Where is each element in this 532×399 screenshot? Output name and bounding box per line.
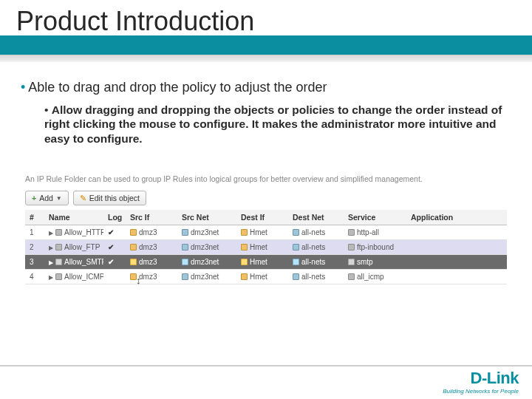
title-underline xyxy=(0,55,532,62)
title-accent-bar xyxy=(0,35,532,56)
bullet-level1: Able to drag and drop the policy to adju… xyxy=(21,80,511,95)
cell-destnet: all-nets xyxy=(288,225,344,240)
cell-srcif: dmz3 xyxy=(126,225,177,240)
pencil-icon: ✎ xyxy=(80,194,86,202)
network-icon xyxy=(182,229,188,236)
service-icon xyxy=(348,273,355,280)
edit-button-label: Edit this object xyxy=(89,194,140,202)
triangle-icon: ▶ xyxy=(49,259,53,266)
cell-application xyxy=(406,240,507,255)
table-row[interactable]: 1▶Allow_HTTP✔dmz3dmz3netHmetall-netshttp… xyxy=(25,225,507,240)
service-icon xyxy=(348,229,355,236)
col-log[interactable]: Log xyxy=(103,210,126,225)
cell-service: ftp-inbound xyxy=(344,240,406,255)
cell-destif: Hmet xyxy=(236,255,288,270)
network-icon xyxy=(182,259,188,265)
rules-table: # Name Log Src If Src Net Dest If Dest N… xyxy=(25,210,507,284)
cell-destif: Hmet xyxy=(236,240,288,255)
cell-destif: Hmet xyxy=(236,225,288,240)
interface-icon xyxy=(241,229,248,236)
cell-srcif: dmz3 xyxy=(126,255,177,270)
col-srcnet[interactable]: Src Net xyxy=(177,210,236,225)
cell-log: ✔ xyxy=(103,255,126,270)
title-bar: Product Introduction xyxy=(0,0,532,59)
interface-icon xyxy=(130,273,137,280)
network-icon xyxy=(293,244,299,250)
table-row[interactable]: 2▶Allow_FTP✔dmz3dmz3netHmetall-netsftp-i… xyxy=(25,240,507,255)
col-destif[interactable]: Dest If xyxy=(236,210,288,225)
cell-log: ✔ xyxy=(103,240,126,255)
network-icon xyxy=(293,229,299,236)
slide-title: Product Introduction xyxy=(16,6,254,37)
footer-divider xyxy=(0,365,532,366)
cell-application xyxy=(406,270,507,284)
cell-name: ▶Allow_HTTP xyxy=(44,225,103,240)
cell-name: ▶Allow_FTP xyxy=(44,240,103,255)
chevron-down-icon: ▼ xyxy=(56,195,62,202)
interface-icon xyxy=(241,244,248,250)
cell-service: smtp xyxy=(344,255,406,270)
service-icon xyxy=(348,259,355,265)
col-srcif[interactable]: Src If xyxy=(126,210,177,225)
cell-srcif: dmz3 xyxy=(126,270,177,284)
interface-icon xyxy=(241,259,248,265)
brand-logo: D-Link Building Networks for People xyxy=(443,369,519,395)
brand-tagline: Building Networks for People xyxy=(443,388,519,395)
table-row[interactable]: 4▶Allow_ICMPdmz3dmz3netHmetall-netsall_i… xyxy=(25,270,507,284)
triangle-icon: ▶ xyxy=(49,245,53,251)
slide: Product Introduction Able to drag and dr… xyxy=(0,0,532,399)
cell-idx: 4 xyxy=(25,270,44,284)
cell-service: http-all xyxy=(344,225,406,240)
plus-icon: + xyxy=(32,194,36,202)
interface-icon xyxy=(241,273,248,280)
col-application[interactable]: Application xyxy=(406,210,507,225)
cell-application xyxy=(406,255,507,270)
check-icon: ✔ xyxy=(108,258,114,266)
cell-srcnet: dmz3net xyxy=(177,240,236,255)
service-icon xyxy=(348,244,355,250)
col-destnet[interactable]: Dest Net xyxy=(288,210,344,225)
table-row[interactable]: 3▶Allow_SMTP✔dmz3dmz3netHmetall-netssmtp xyxy=(25,255,507,270)
cell-destnet: all-nets xyxy=(288,240,344,255)
cell-idx: 2 xyxy=(25,240,44,255)
interface-icon xyxy=(130,229,137,236)
screenshot-embed: An IP Rule Folder can be used to group I… xyxy=(25,174,507,299)
content-area: Able to drag and drop the policy to adju… xyxy=(21,80,511,146)
edit-button[interactable]: ✎ Edit this object xyxy=(73,191,146,205)
col-idx[interactable]: # xyxy=(25,210,44,225)
check-icon: ✔ xyxy=(108,228,114,236)
col-service[interactable]: Service xyxy=(344,210,406,225)
network-icon xyxy=(293,273,299,280)
rule-icon xyxy=(55,273,62,280)
table-header-row: # Name Log Src If Src Net Dest If Dest N… xyxy=(25,210,507,225)
cell-log xyxy=(103,270,126,284)
cell-idx: 3 xyxy=(25,255,44,270)
interface-icon xyxy=(130,244,137,250)
rule-icon xyxy=(55,229,62,236)
toolbar: + Add ▼ ✎ Edit this object xyxy=(25,191,507,205)
brand-name: D-Link xyxy=(443,369,519,388)
cell-log: ✔ xyxy=(103,225,126,240)
network-icon xyxy=(182,273,188,280)
cell-srcnet: dmz3net xyxy=(177,270,236,284)
embed-description: An IP Rule Folder can be used to group I… xyxy=(25,174,507,183)
network-icon xyxy=(293,259,299,265)
cell-destif: Hmet xyxy=(236,270,288,284)
add-button[interactable]: + Add ▼ xyxy=(25,191,69,205)
cell-service: all_icmp xyxy=(344,270,406,284)
cell-destnet: all-nets xyxy=(288,270,344,284)
triangle-icon: ▶ xyxy=(49,274,53,281)
col-name[interactable]: Name xyxy=(44,210,103,225)
cell-srcnet: dmz3net xyxy=(177,255,236,270)
cell-srcif: dmz3 xyxy=(126,240,177,255)
cell-srcnet: dmz3net xyxy=(177,225,236,240)
cell-application xyxy=(406,225,507,240)
bullet-level2: Allow dragging and dropping the objects … xyxy=(44,103,511,146)
cell-destnet: all-nets xyxy=(288,255,344,270)
check-icon: ✔ xyxy=(108,243,114,251)
cell-name: ▶Allow_ICMP xyxy=(44,270,103,284)
triangle-icon: ▶ xyxy=(49,230,53,236)
cell-name: ▶Allow_SMTP xyxy=(44,255,103,270)
cell-idx: 1 xyxy=(25,225,44,240)
network-icon xyxy=(182,244,188,250)
